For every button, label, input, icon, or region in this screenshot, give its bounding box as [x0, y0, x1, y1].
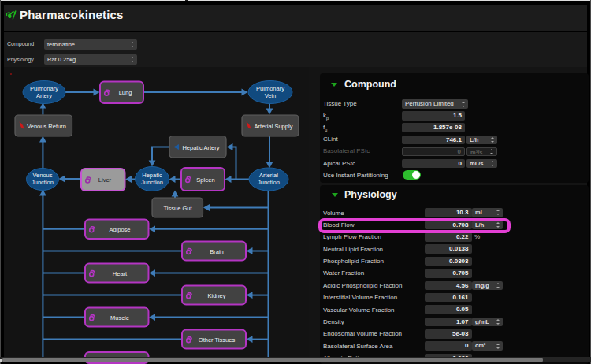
svg-text:Pulmonary: Pulmonary: [30, 85, 58, 92]
svg-text:Arterial: Arterial: [259, 172, 278, 179]
svg-text:Junction: Junction: [32, 179, 54, 186]
svg-text:Other Tissues: Other Tissues: [199, 336, 236, 344]
svg-text:Arterial Supply: Arterial Supply: [255, 123, 293, 130]
svg-text:Liver: Liver: [98, 176, 112, 184]
svg-text:Lung: Lung: [119, 89, 132, 96]
svg-text:Brain: Brain: [210, 248, 224, 255]
svg-text:Venous Return: Venous Return: [27, 123, 66, 130]
svg-text:Hepatic: Hepatic: [142, 172, 162, 179]
svg-text:Muscle: Muscle: [110, 314, 129, 321]
svg-text:Artery: Artery: [36, 92, 52, 99]
svg-text:Vein: Vein: [265, 92, 277, 99]
svg-text:Venous: Venous: [32, 172, 52, 179]
svg-text:Hepatic Artery: Hepatic Artery: [182, 144, 219, 151]
svg-text:Kidney: Kidney: [208, 292, 226, 299]
svg-text:Pulmonary: Pulmonary: [256, 85, 284, 92]
svg-text:Adipose: Adipose: [109, 226, 130, 233]
svg-text:Spleen: Spleen: [196, 176, 214, 184]
svg-text:Junction: Junction: [258, 179, 280, 186]
svg-text:Tissue Gut: Tissue Gut: [164, 205, 193, 212]
svg-text:Heart: Heart: [113, 270, 128, 277]
svg-text:Junction: Junction: [141, 179, 163, 186]
